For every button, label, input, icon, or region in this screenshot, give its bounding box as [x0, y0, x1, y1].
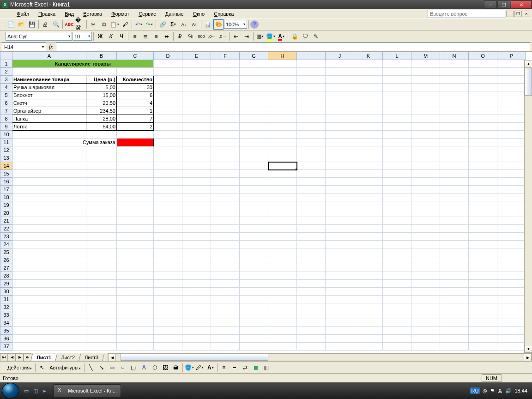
cell-M19[interactable] — [411, 201, 440, 209]
cell-O19[interactable] — [469, 201, 497, 209]
cell-A7[interactable]: Органайзер — [12, 107, 86, 115]
cell-E3[interactable] — [182, 76, 211, 84]
cell-A10[interactable] — [12, 131, 86, 139]
cell-B3[interactable]: Цена (р.) — [86, 76, 117, 84]
cell-O18[interactable] — [469, 193, 497, 201]
picture-button[interactable]: 🏔 — [171, 363, 181, 373]
cell-J28[interactable] — [326, 272, 354, 280]
cell-M33[interactable] — [411, 311, 440, 319]
cell-A25[interactable] — [12, 248, 86, 256]
cell-F6[interactable] — [211, 99, 240, 107]
cell-P2[interactable] — [497, 68, 526, 76]
font-color-draw-button[interactable]: А — [206, 363, 216, 373]
cell-C6[interactable]: 4 — [117, 99, 154, 107]
cell-E4[interactable] — [182, 84, 211, 91]
cell-J27[interactable] — [326, 264, 354, 272]
cell-H3[interactable] — [268, 76, 297, 84]
cell-P31[interactable] — [497, 296, 526, 303]
cell-N25[interactable] — [440, 248, 469, 256]
cell-J3[interactable] — [326, 76, 354, 84]
cell-B5[interactable]: 15,00 — [86, 91, 117, 99]
cell-P11[interactable] — [497, 139, 526, 146]
cell-G30[interactable] — [240, 288, 268, 296]
cell-F10[interactable] — [211, 131, 240, 139]
cell-D29[interactable] — [154, 280, 182, 288]
cell-B12[interactable] — [86, 146, 117, 154]
cell-A36[interactable] — [12, 335, 86, 343]
cell-L10[interactable] — [383, 131, 411, 139]
cell-P34[interactable] — [497, 319, 526, 327]
cell-F30[interactable] — [211, 288, 240, 296]
wordart-button[interactable]: A — [139, 363, 149, 373]
cell-G36[interactable] — [240, 335, 268, 343]
cell-O3[interactable] — [469, 76, 497, 84]
cell-E31[interactable] — [182, 296, 211, 303]
cell-N19[interactable] — [440, 201, 469, 209]
fill-color-button[interactable]: 🪣 — [266, 31, 276, 42]
arrow-style-button[interactable]: ⇄ — [240, 363, 250, 373]
cell-I16[interactable] — [297, 178, 326, 186]
fill-color-draw-button[interactable]: 🪣 — [184, 363, 194, 373]
cell-N14[interactable] — [440, 162, 469, 170]
cell-B17[interactable] — [86, 186, 117, 193]
cell-J19[interactable] — [326, 201, 354, 209]
tab-next-button[interactable]: ▶ — [16, 353, 24, 361]
sheet-tab-2[interactable]: Лист2 — [55, 354, 81, 361]
cell-G17[interactable] — [240, 186, 268, 193]
cell-H35[interactable] — [268, 327, 297, 335]
sheet-tab-1[interactable]: Лист1 — [30, 354, 57, 361]
save-button[interactable]: 💾 — [27, 19, 37, 30]
cell-A37[interactable] — [12, 343, 86, 351]
cell-L15[interactable] — [383, 170, 411, 178]
cell-N34[interactable] — [440, 319, 469, 327]
cell-N26[interactable] — [440, 256, 469, 264]
scroll-right-button[interactable]: ▶ — [524, 354, 532, 361]
cell-P6[interactable] — [497, 99, 526, 107]
row-header-5[interactable]: 5 — [0, 91, 12, 99]
cell-A3[interactable]: Наименование товара — [12, 76, 86, 84]
cell-N27[interactable] — [440, 264, 469, 272]
cell-F22[interactable] — [211, 225, 240, 233]
cell-M29[interactable] — [411, 280, 440, 288]
cell-G7[interactable] — [240, 107, 268, 115]
cell-F11[interactable] — [211, 139, 240, 146]
cell-J37[interactable] — [326, 343, 354, 351]
tray-network-icon[interactable]: 🖧 — [497, 388, 502, 393]
cell-H29[interactable] — [268, 280, 297, 288]
cell-E14[interactable] — [182, 162, 211, 170]
cell-E5[interactable] — [182, 91, 211, 99]
permissions-button[interactable]: 🛡 — [300, 31, 310, 42]
toolbar-grip[interactable] — [3, 20, 4, 29]
cell-P21[interactable] — [497, 217, 526, 225]
cell-G9[interactable] — [240, 123, 268, 131]
row-header-20[interactable]: 20 — [0, 209, 12, 217]
cell-I12[interactable] — [297, 146, 326, 154]
cell-H22[interactable] — [268, 225, 297, 233]
cell-P30[interactable] — [497, 288, 526, 296]
cell-L12[interactable] — [383, 146, 411, 154]
row-header-16[interactable]: 16 — [0, 178, 12, 186]
cell-J34[interactable] — [326, 319, 354, 327]
cell-P20[interactable] — [497, 209, 526, 217]
cell-L1[interactable] — [383, 60, 411, 68]
row-header-15[interactable]: 15 — [0, 170, 12, 178]
cell-L36[interactable] — [383, 335, 411, 343]
cell-M24[interactable] — [411, 241, 440, 248]
cell-B21[interactable] — [86, 217, 117, 225]
col-header-L[interactable]: L — [383, 52, 411, 60]
cell-D33[interactable] — [154, 311, 182, 319]
cell-E26[interactable] — [182, 256, 211, 264]
cell-O31[interactable] — [469, 296, 497, 303]
cell-C26[interactable] — [117, 256, 154, 264]
cell-B25[interactable] — [86, 248, 117, 256]
cell-E15[interactable] — [182, 170, 211, 178]
taskbar-excel-button[interactable]: X Microsoft Excel - Кн... — [54, 384, 121, 397]
cell-A13[interactable] — [12, 154, 86, 162]
cell-N9[interactable] — [440, 123, 469, 131]
bold-button[interactable]: Ж — [95, 31, 105, 42]
cell-O29[interactable] — [469, 280, 497, 288]
cell-G14[interactable] — [240, 162, 268, 170]
cell-B8[interactable]: 28,00 — [86, 115, 117, 123]
cell-K20[interactable] — [354, 209, 383, 217]
cell-B7[interactable]: 234,50 — [86, 107, 117, 115]
